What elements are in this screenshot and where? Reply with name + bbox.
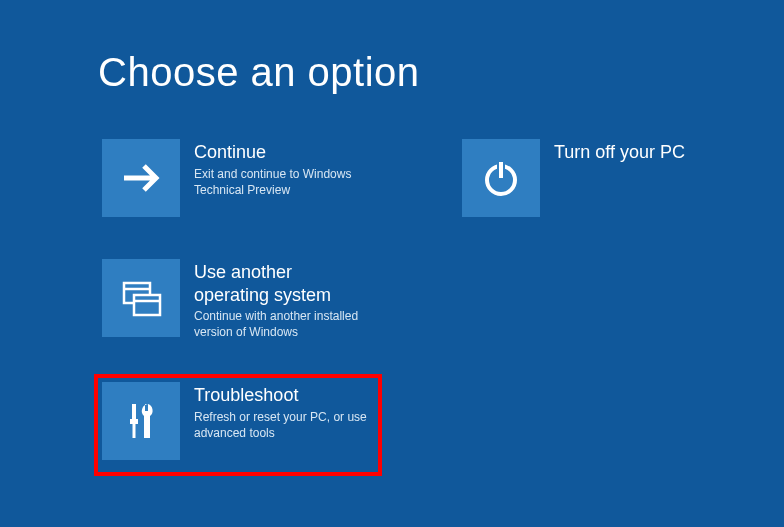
- tiles-column-right: Turn off your PC: [458, 135, 738, 472]
- troubleshoot-desc: Refresh or reset your PC, or use advance…: [194, 409, 372, 441]
- troubleshoot-title: Troubleshoot: [194, 384, 372, 407]
- another-os-desc: Continue with another installed version …: [194, 308, 372, 340]
- tiles-container: Continue Exit and continue to Windows Te…: [98, 135, 784, 472]
- tools-icon: [102, 382, 180, 460]
- turnoff-text: Turn off your PC: [554, 139, 685, 166]
- another-os-text: Use another operating system Continue wi…: [194, 259, 372, 340]
- svg-rect-2: [134, 295, 160, 315]
- power-icon: [462, 139, 540, 217]
- continue-tile[interactable]: Continue Exit and continue to Windows Te…: [98, 135, 378, 229]
- windows-stack-icon: [102, 259, 180, 337]
- continue-desc: Exit and continue to Windows Technical P…: [194, 166, 372, 198]
- page-title: Choose an option: [98, 50, 784, 95]
- continue-title: Continue: [194, 141, 372, 164]
- turnoff-title: Turn off your PC: [554, 141, 685, 164]
- tiles-column-left: Continue Exit and continue to Windows Te…: [98, 135, 378, 472]
- continue-text: Continue Exit and continue to Windows Te…: [194, 139, 372, 198]
- svg-rect-5: [130, 419, 138, 424]
- troubleshoot-text: Troubleshoot Refresh or reset your PC, o…: [194, 382, 372, 441]
- recovery-screen: Choose an option Continue Exit and conti…: [0, 0, 784, 472]
- troubleshoot-tile[interactable]: Troubleshoot Refresh or reset your PC, o…: [98, 378, 378, 472]
- turnoff-tile[interactable]: Turn off your PC: [458, 135, 738, 229]
- another-os-title: Use another operating system: [194, 261, 372, 306]
- svg-rect-6: [133, 424, 136, 438]
- arrow-right-icon: [102, 139, 180, 217]
- svg-rect-4: [132, 404, 136, 419]
- another-os-tile[interactable]: Use another operating system Continue wi…: [98, 255, 378, 352]
